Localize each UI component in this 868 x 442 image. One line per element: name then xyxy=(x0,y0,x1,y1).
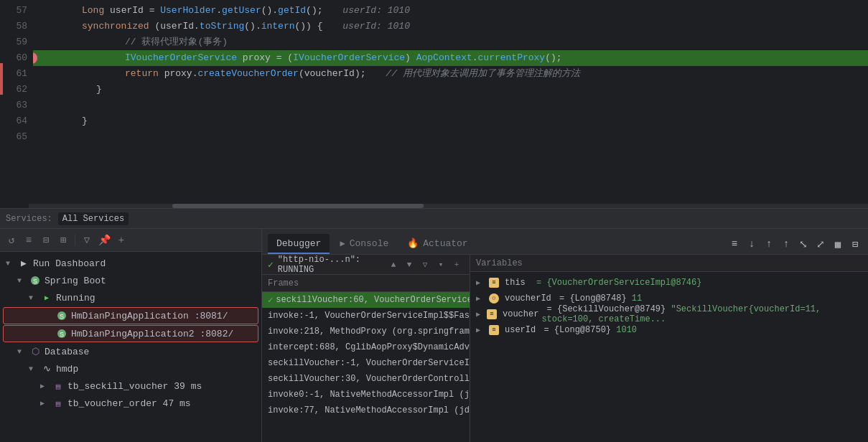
variables-panel: Variables ▶ ≡ this = {VoucherOrderServic… xyxy=(470,255,868,442)
tab-debugger[interactable]: Debugger xyxy=(268,234,330,254)
tree-item-app1[interactable]: S HmDianPingApplication :8081/ xyxy=(3,307,258,324)
arrow-running: ▼ xyxy=(29,294,40,302)
frame-check-0: ✓ xyxy=(268,295,273,306)
debug-tool-2[interactable]: ↓ xyxy=(745,237,759,251)
thread-filter[interactable]: ▽ xyxy=(418,258,432,272)
frames-panel: ✓ "http-nio-...n": RUNNING ▲ ▼ ▽ ▾ + Fra… xyxy=(262,255,470,442)
var-list: ▶ ≡ this = {VoucherOrderServiceImpl@8746… xyxy=(470,272,868,442)
frame-item-5[interactable]: seckillVoucher:30, VoucherOrderControlle… xyxy=(262,371,470,387)
frame-item-3[interactable]: intercept:688, CglibAopProxy$DynamicAdvi… xyxy=(262,339,470,355)
table-icon-seckill: ▤ xyxy=(52,380,65,392)
tree-item-voucher-order[interactable]: ▶ ▤ tb_voucher_order 47 ms xyxy=(0,395,261,412)
thread-name: "http-nio-...n": RUNNING xyxy=(278,255,379,275)
thread-dropdown[interactable]: ▾ xyxy=(434,258,448,272)
database-icon: ⬡ xyxy=(29,345,42,358)
var-name-userid: userId xyxy=(505,325,536,335)
frame-item-0[interactable]: ✓ seckillVoucher:60, VoucherOrderService… xyxy=(262,292,470,308)
svg-text:S: S xyxy=(60,313,64,320)
thread-pause[interactable]: ▼ xyxy=(402,258,416,272)
arrow-run-dashboard: ▼ xyxy=(6,260,17,268)
frame-text-7: invoke:77, NativeMethodAccessorImpl (jdk… xyxy=(268,405,470,415)
frames-list: ✓ seckillVoucher:60, VoucherOrderService… xyxy=(262,292,470,442)
services-panel: ↺ ≡ ⊟ ⊞ ▽ 📌 + ▼ ▶ Run Dashboard ▼ S S xyxy=(0,229,262,442)
variables-header: Variables xyxy=(470,255,868,272)
tree-item-hmdp[interactable]: ▼ ∿ hmdp xyxy=(0,360,261,377)
thread-check: ✓ xyxy=(268,259,274,271)
tree-item-running[interactable]: ▼ ▶ Running xyxy=(0,289,261,306)
var-name-voucher: voucher xyxy=(503,309,538,319)
var-name-voucherid: voucherId xyxy=(505,293,551,304)
tree-item-database[interactable]: ▼ ⬡ Database xyxy=(0,343,261,360)
thread-add[interactable]: + xyxy=(449,258,464,272)
var-item-voucher[interactable]: ▶ ≡ voucher = {SeckillVoucher@8749} "Sec… xyxy=(470,306,868,322)
collapse-icon[interactable]: ⊟ xyxy=(39,233,53,248)
frame-item-6[interactable]: invoke0:-1, NativeMethodAccessorImpl (jd… xyxy=(262,387,470,403)
pin-icon[interactable]: 📌 xyxy=(97,233,111,248)
debug-content: ✓ "http-nio-...n": RUNNING ▲ ▼ ▽ ▾ + Fra… xyxy=(262,255,868,442)
bottom-panel: ↺ ≡ ⊟ ⊞ ▽ 📌 + ▼ ▶ Run Dashboard ▼ S S xyxy=(0,228,868,442)
database-label: Database xyxy=(45,347,89,357)
var-icon-voucherid: ○ xyxy=(489,293,499,304)
running-icon: ▶ xyxy=(40,291,53,304)
run-dashboard-label: Run Dashboard xyxy=(33,258,106,269)
debug-tool-4[interactable]: ↑ xyxy=(779,237,793,251)
frame-item-1[interactable]: invoke:-1, VoucherOrderServiceImpl$$Fast… xyxy=(262,308,470,324)
code-line-60: ⏸ IVoucherOrderService proxy = (IVoucher… xyxy=(33,50,868,66)
debug-tool-7[interactable]: ▦ xyxy=(831,237,845,251)
debug-tool-1[interactable]: ≡ xyxy=(727,237,742,251)
code-line-58: synchronized (userId.toString().intern()… xyxy=(33,19,868,34)
debug-tool-6[interactable]: ⤢ xyxy=(813,237,828,251)
tab-console[interactable]: ▶ Console xyxy=(331,234,397,254)
horizontal-scrollbar[interactable] xyxy=(29,204,868,208)
tree-item-app2[interactable]: S HmDianPingApplication2 :8082/ xyxy=(3,325,258,342)
run-icon: ▶ xyxy=(17,257,30,270)
var-arrow-this: ▶ xyxy=(476,278,486,287)
line-numbers: 57 58 59 60 61 62 63 64 65 xyxy=(4,0,33,208)
debug-tabs: Debugger ▶ Console 🔥 Actuator ≡ ↓ ↑ ↑ ⤡ … xyxy=(262,229,868,255)
frame-text-3: intercept:688, CglibAopProxy$DynamicAdvi… xyxy=(268,342,470,352)
breakpoint-gutter-bar xyxy=(0,63,3,95)
var-item-userid[interactable]: ▶ ≡ userId = {Long@8750} 1010 xyxy=(470,322,868,338)
frame-item-2[interactable]: invoke:218, MethodProxy (org.springframe… xyxy=(262,324,470,339)
arrow-spring-boot: ▼ xyxy=(17,277,29,285)
console-icon: ▶ xyxy=(340,238,345,249)
expand-icon[interactable]: ⊞ xyxy=(56,233,70,248)
filter-icon[interactable]: ▽ xyxy=(80,233,94,248)
tab-actuator[interactable]: 🔥 Actuator xyxy=(398,234,476,254)
frame-text-5: seckillVoucher:30, VoucherOrderControlle… xyxy=(268,374,470,384)
var-item-this[interactable]: ▶ ≡ this = {VoucherOrderServiceImpl@8746… xyxy=(470,275,868,291)
code-line-61: return proxy.createVoucherOrder(voucherI… xyxy=(33,66,868,82)
code-line-57: Long userId = UserHolder.getUser().getId… xyxy=(33,3,868,19)
svg-text:S: S xyxy=(60,331,64,338)
code-line-62: } xyxy=(33,82,868,98)
console-tab-label: Console xyxy=(350,238,389,249)
tree-item-run-dashboard[interactable]: ▼ ▶ Run Dashboard xyxy=(0,255,261,272)
frame-item-7[interactable]: invoke:77, NativeMethodAccessorImpl (jdk… xyxy=(262,403,470,418)
frame-text-0: seckillVoucher:60, VoucherOrderServiceIm… xyxy=(276,295,470,305)
arrow-database: ▼ xyxy=(17,348,29,356)
frame-item-4[interactable]: seckillVoucher:-1, VoucherOrderServiceIm… xyxy=(262,355,470,371)
hmdp-label: hmdp xyxy=(56,364,78,375)
refresh-icon[interactable]: ↺ xyxy=(4,233,19,248)
thread-resume[interactable]: ▲ xyxy=(386,258,401,272)
debug-tool-8[interactable]: ⊟ xyxy=(848,237,862,251)
var-icon-userid: ≡ xyxy=(489,325,499,335)
var-arrow-userid: ▶ xyxy=(476,326,486,334)
frame-text-6: invoke0:-1, NativeMethodAccessorImpl (jd… xyxy=(268,390,470,400)
services-bar: Services: All Services xyxy=(0,208,868,228)
services-tab-all[interactable]: All Services xyxy=(58,212,129,225)
scrollbar-thumb[interactable] xyxy=(172,204,424,208)
var-value-userid: = {Long@8750} 1010 xyxy=(538,325,637,335)
debug-tool-5[interactable]: ⤡ xyxy=(796,237,811,251)
frames-label: Frames xyxy=(268,278,299,288)
debug-tool-3[interactable]: ↑ xyxy=(762,237,776,251)
list-icon[interactable]: ≡ xyxy=(22,233,36,248)
add-icon[interactable]: + xyxy=(114,233,129,248)
editor-gutter xyxy=(0,0,4,208)
tree-item-spring-boot[interactable]: ▼ S Spring Boot xyxy=(0,272,261,289)
var-eq-this xyxy=(528,278,533,288)
seckill-voucher-label: tb_seckill_voucher 39 ms xyxy=(67,381,202,392)
app2-spring-icon: S xyxy=(55,327,68,340)
table-icon-voucher: ▤ xyxy=(52,397,65,410)
tree-item-seckill-voucher[interactable]: ▶ ▤ tb_seckill_voucher 39 ms xyxy=(0,377,261,395)
